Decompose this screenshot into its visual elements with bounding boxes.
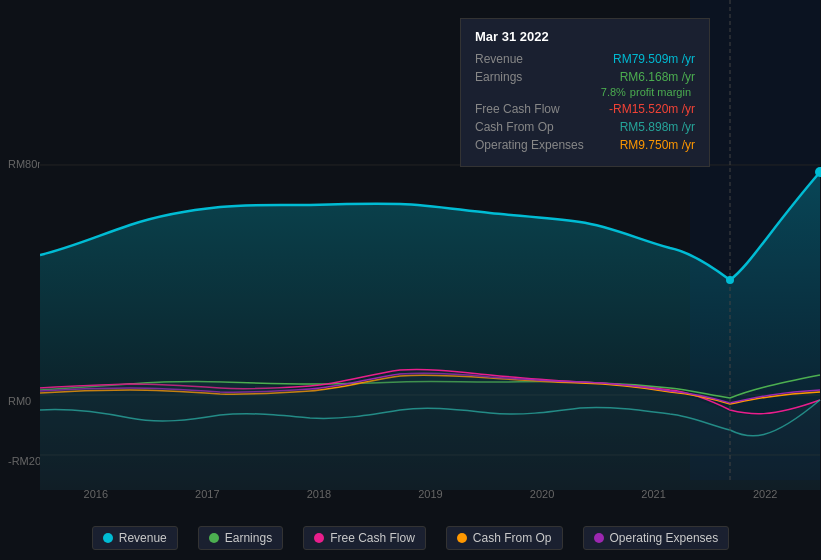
legend-dot-cfo — [457, 533, 467, 543]
tooltip-label-opex: Operating Expenses — [475, 138, 584, 152]
tooltip-row-fcf: Free Cash Flow -RM15.520m /yr — [475, 102, 695, 116]
legend-dot-fcf — [314, 533, 324, 543]
chart-legend: Revenue Earnings Free Cash Flow Cash Fro… — [0, 526, 821, 550]
legend-dot-opex — [594, 533, 604, 543]
legend-item-revenue[interactable]: Revenue — [92, 526, 178, 550]
x-label-2017: 2017 — [195, 488, 219, 500]
legend-label-opex: Operating Expenses — [610, 531, 719, 545]
legend-item-opex[interactable]: Operating Expenses — [583, 526, 730, 550]
x-label-2018: 2018 — [307, 488, 331, 500]
tooltip-label-fcf: Free Cash Flow — [475, 102, 560, 116]
legend-dot-earnings — [209, 533, 219, 543]
tooltip-row-cfo: Cash From Op RM5.898m /yr — [475, 120, 695, 134]
tooltip-value-cfo: RM5.898m /yr — [620, 120, 695, 134]
legend-label-fcf: Free Cash Flow — [330, 531, 415, 545]
tooltip-value-earnings: RM6.168m /yr — [620, 70, 695, 84]
revenue-marker-dot — [726, 276, 734, 284]
tooltip-label-cfo: Cash From Op — [475, 120, 554, 134]
data-tooltip: Mar 31 2022 Revenue RM79.509m /yr Earnin… — [460, 18, 710, 167]
profit-margin-label: profit margin — [630, 86, 691, 98]
tooltip-value-opex: RM9.750m /yr — [620, 138, 695, 152]
x-label-2021: 2021 — [641, 488, 665, 500]
legend-dot-revenue — [103, 533, 113, 543]
tooltip-label-earnings: Earnings — [475, 70, 522, 84]
legend-item-cfo[interactable]: Cash From Op — [446, 526, 563, 550]
legend-item-earnings[interactable]: Earnings — [198, 526, 283, 550]
tooltip-row-revenue: Revenue RM79.509m /yr — [475, 52, 695, 66]
tooltip-label-revenue: Revenue — [475, 52, 523, 66]
legend-item-fcf[interactable]: Free Cash Flow — [303, 526, 426, 550]
legend-label-earnings: Earnings — [225, 531, 272, 545]
tooltip-row-earnings: Earnings RM6.168m /yr — [475, 70, 695, 84]
tooltip-title: Mar 31 2022 — [475, 29, 695, 44]
x-label-2016: 2016 — [84, 488, 108, 500]
legend-label-cfo: Cash From Op — [473, 531, 552, 545]
x-axis-labels: 2016 2017 2018 2019 2020 2021 2022 — [40, 488, 821, 500]
tooltip-value-revenue: RM79.509m /yr — [613, 52, 695, 66]
tooltip-row-opex: Operating Expenses RM9.750m /yr — [475, 138, 695, 152]
x-label-2020: 2020 — [530, 488, 554, 500]
x-label-2022: 2022 — [753, 488, 777, 500]
y-axis-label-rm0: RM0 — [8, 395, 31, 407]
legend-label-revenue: Revenue — [119, 531, 167, 545]
x-label-2019: 2019 — [418, 488, 442, 500]
tooltip-profit-margin: 7.8% profit margin — [475, 86, 695, 98]
profit-margin-percent: 7.8% — [601, 86, 626, 98]
tooltip-value-fcf: -RM15.520m /yr — [609, 102, 695, 116]
